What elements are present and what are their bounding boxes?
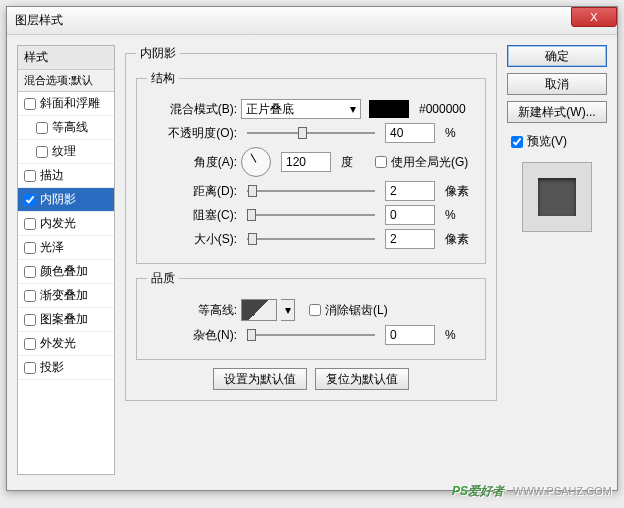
reset-default-button[interactable]: 复位为默认值: [315, 368, 409, 390]
style-item[interactable]: 等高线: [18, 116, 114, 140]
style-label: 投影: [40, 359, 64, 376]
make-default-button[interactable]: 设置为默认值: [213, 368, 307, 390]
opacity-input[interactable]: 40: [385, 123, 435, 143]
style-label: 内阴影: [40, 191, 76, 208]
style-item[interactable]: 描边: [18, 164, 114, 188]
style-checkbox[interactable]: [24, 218, 36, 230]
blend-mode-label: 混合模式(B):: [147, 101, 237, 118]
close-button[interactable]: X: [571, 7, 617, 27]
angle-input[interactable]: 120: [281, 152, 331, 172]
contour-dropdown[interactable]: ▾: [281, 299, 295, 321]
style-item[interactable]: 纹理: [18, 140, 114, 164]
size-slider[interactable]: [247, 230, 375, 248]
style-item[interactable]: 外发光: [18, 332, 114, 356]
antialias-label: 消除锯齿(L): [325, 302, 388, 319]
style-item[interactable]: 内阴影: [18, 188, 114, 212]
blend-options-default[interactable]: 混合选项:默认: [18, 70, 114, 92]
style-checkbox[interactable]: [36, 122, 48, 134]
style-checkbox[interactable]: [24, 362, 36, 374]
style-label: 纹理: [52, 143, 76, 160]
panel-title: 内阴影: [136, 45, 180, 62]
style-label: 光泽: [40, 239, 64, 256]
opacity-label: 不透明度(O):: [147, 125, 237, 142]
noise-label: 杂色(N):: [147, 327, 237, 344]
layer-style-dialog: 图层样式 X 样式 混合选项:默认 斜面和浮雕等高线纹理描边内阴影内发光光泽颜色…: [6, 6, 618, 491]
choke-slider[interactable]: [247, 206, 375, 224]
size-label: 大小(S):: [147, 231, 237, 248]
global-light-label: 使用全局光(G): [391, 154, 468, 171]
style-item[interactable]: 光泽: [18, 236, 114, 260]
distance-label: 距离(D):: [147, 183, 237, 200]
style-item[interactable]: 渐变叠加: [18, 284, 114, 308]
choke-input[interactable]: 0: [385, 205, 435, 225]
distance-unit: 像素: [445, 183, 475, 200]
style-item[interactable]: 图案叠加: [18, 308, 114, 332]
distance-input[interactable]: 2: [385, 181, 435, 201]
chevron-down-icon: ▾: [350, 102, 356, 116]
inner-shadow-group: 内阴影 结构 混合模式(B): 正片叠底 ▾ #000000 不透明度(O):: [125, 45, 497, 401]
preview-box: [522, 162, 592, 232]
choke-label: 阻塞(C):: [147, 207, 237, 224]
blend-mode-value: 正片叠底: [246, 101, 294, 118]
style-label: 描边: [40, 167, 64, 184]
style-checkbox[interactable]: [24, 242, 36, 254]
titlebar[interactable]: 图层样式 X: [7, 7, 617, 35]
watermark: PS爱好者 WWW.PSAHZ.COM: [452, 479, 612, 500]
style-label: 颜色叠加: [40, 263, 88, 280]
style-label: 内发光: [40, 215, 76, 232]
angle-dial[interactable]: [241, 147, 271, 177]
style-checkbox[interactable]: [24, 194, 36, 206]
noise-unit: %: [445, 328, 475, 342]
structure-legend: 结构: [147, 70, 179, 87]
noise-slider[interactable]: [247, 326, 375, 344]
angle-unit: 度: [341, 154, 371, 171]
size-unit: 像素: [445, 231, 475, 248]
side-buttons: 确定 取消 新建样式(W)... 预览(V): [507, 45, 607, 475]
style-item[interactable]: 斜面和浮雕: [18, 92, 114, 116]
style-checkbox[interactable]: [24, 266, 36, 278]
noise-input[interactable]: 0: [385, 325, 435, 345]
preview-checkbox[interactable]: [511, 136, 523, 148]
style-label: 渐变叠加: [40, 287, 88, 304]
preview-label: 预览(V): [527, 133, 567, 150]
distance-slider[interactable]: [247, 182, 375, 200]
styles-list: 样式 混合选项:默认 斜面和浮雕等高线纹理描边内阴影内发光光泽颜色叠加渐变叠加图…: [17, 45, 115, 475]
ok-button[interactable]: 确定: [507, 45, 607, 67]
style-label: 斜面和浮雕: [40, 95, 100, 112]
style-checkbox[interactable]: [24, 290, 36, 302]
global-light-checkbox[interactable]: [375, 156, 387, 168]
contour-picker[interactable]: [241, 299, 277, 321]
style-checkbox[interactable]: [24, 314, 36, 326]
opacity-unit: %: [445, 126, 475, 140]
structure-group: 结构 混合模式(B): 正片叠底 ▾ #000000 不透明度(O): 4: [136, 70, 486, 264]
style-label: 图案叠加: [40, 311, 88, 328]
choke-unit: %: [445, 208, 475, 222]
size-input[interactable]: 2: [385, 229, 435, 249]
style-item[interactable]: 颜色叠加: [18, 260, 114, 284]
angle-label: 角度(A):: [147, 154, 237, 171]
quality-legend: 品质: [147, 270, 179, 287]
opacity-slider[interactable]: [247, 124, 375, 142]
style-label: 外发光: [40, 335, 76, 352]
settings-panel: 内阴影 结构 混合模式(B): 正片叠底 ▾ #000000 不透明度(O):: [125, 45, 497, 475]
style-checkbox[interactable]: [24, 170, 36, 182]
style-checkbox[interactable]: [24, 98, 36, 110]
styles-header: 样式: [18, 46, 114, 70]
new-style-button[interactable]: 新建样式(W)...: [507, 101, 607, 123]
blend-mode-combo[interactable]: 正片叠底 ▾: [241, 99, 361, 119]
style-item[interactable]: 内发光: [18, 212, 114, 236]
style-item[interactable]: 投影: [18, 356, 114, 380]
quality-group: 品质 等高线: ▾ 消除锯齿(L) 杂色(N): 0 %: [136, 270, 486, 360]
window-title: 图层样式: [15, 12, 63, 29]
style-label: 等高线: [52, 119, 88, 136]
preview-swatch: [538, 178, 576, 216]
antialias-checkbox[interactable]: [309, 304, 321, 316]
style-checkbox[interactable]: [36, 146, 48, 158]
cancel-button[interactable]: 取消: [507, 73, 607, 95]
style-checkbox[interactable]: [24, 338, 36, 350]
contour-label: 等高线:: [147, 302, 237, 319]
color-hex: #000000: [419, 102, 466, 116]
color-swatch[interactable]: [369, 100, 409, 118]
